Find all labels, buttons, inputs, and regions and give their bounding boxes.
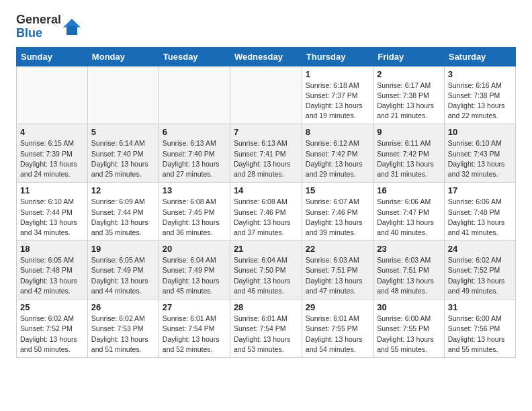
day-number: 29 bbox=[306, 302, 369, 312]
day-info: Sunrise: 6:00 AM Sunset: 7:55 PM Dayligh… bbox=[377, 314, 441, 355]
calendar-cell: 31Sunrise: 6:00 AM Sunset: 7:56 PM Dayli… bbox=[444, 300, 515, 358]
calendar-cell: 30Sunrise: 6:00 AM Sunset: 7:55 PM Dayli… bbox=[373, 300, 445, 358]
day-number: 24 bbox=[448, 244, 512, 254]
day-info: Sunrise: 6:10 AM Sunset: 7:44 PM Dayligh… bbox=[20, 197, 84, 238]
day-number: 11 bbox=[20, 185, 84, 195]
day-info: Sunrise: 6:01 AM Sunset: 7:54 PM Dayligh… bbox=[234, 314, 298, 355]
day-info: Sunrise: 6:14 AM Sunset: 7:40 PM Dayligh… bbox=[91, 138, 155, 179]
calendar-cell: 2Sunrise: 6:17 AM Sunset: 7:38 PM Daylig… bbox=[373, 66, 445, 124]
day-info: Sunrise: 6:13 AM Sunset: 7:41 PM Dayligh… bbox=[234, 138, 298, 179]
day-number: 8 bbox=[306, 127, 369, 137]
calendar-cell: 7Sunrise: 6:13 AM Sunset: 7:41 PM Daylig… bbox=[230, 124, 302, 183]
day-info: Sunrise: 6:02 AM Sunset: 7:52 PM Dayligh… bbox=[448, 255, 512, 296]
day-info: Sunrise: 6:13 AM Sunset: 7:40 PM Dayligh… bbox=[163, 138, 226, 179]
day-info: Sunrise: 6:16 AM Sunset: 7:38 PM Dayligh… bbox=[448, 81, 512, 122]
day-number: 31 bbox=[448, 302, 512, 312]
day-number: 4 bbox=[20, 127, 84, 137]
calendar-cell bbox=[87, 66, 159, 124]
day-info: Sunrise: 6:18 AM Sunset: 7:37 PM Dayligh… bbox=[306, 81, 369, 122]
day-number: 27 bbox=[163, 302, 226, 312]
day-number: 14 bbox=[234, 185, 298, 195]
calendar-cell: 25Sunrise: 6:02 AM Sunset: 7:52 PM Dayli… bbox=[17, 300, 88, 358]
calendar-cell: 14Sunrise: 6:08 AM Sunset: 7:46 PM Dayli… bbox=[230, 183, 302, 241]
weekday-header-sunday: Sunday bbox=[17, 47, 88, 66]
calendar-cell: 6Sunrise: 6:13 AM Sunset: 7:40 PM Daylig… bbox=[159, 124, 230, 183]
calendar-cell: 18Sunrise: 6:05 AM Sunset: 7:48 PM Dayli… bbox=[17, 241, 88, 300]
day-info: Sunrise: 6:17 AM Sunset: 7:38 PM Dayligh… bbox=[377, 81, 441, 122]
day-info: Sunrise: 6:02 AM Sunset: 7:52 PM Dayligh… bbox=[20, 314, 84, 355]
calendar-week-row: 1Sunrise: 6:18 AM Sunset: 7:37 PM Daylig… bbox=[17, 66, 516, 124]
day-info: Sunrise: 6:08 AM Sunset: 7:46 PM Dayligh… bbox=[234, 197, 298, 238]
logo-blue: Blue bbox=[16, 26, 42, 40]
calendar-cell: 5Sunrise: 6:14 AM Sunset: 7:40 PM Daylig… bbox=[87, 124, 159, 183]
day-number: 26 bbox=[91, 302, 155, 312]
calendar-cell: 9Sunrise: 6:11 AM Sunset: 7:42 PM Daylig… bbox=[373, 124, 445, 183]
calendar-cell: 27Sunrise: 6:01 AM Sunset: 7:54 PM Dayli… bbox=[159, 300, 230, 358]
day-info: Sunrise: 6:05 AM Sunset: 7:49 PM Dayligh… bbox=[91, 255, 155, 296]
day-number: 20 bbox=[163, 244, 226, 254]
calendar-cell: 4Sunrise: 6:15 AM Sunset: 7:39 PM Daylig… bbox=[17, 124, 88, 183]
day-info: Sunrise: 6:01 AM Sunset: 7:54 PM Dayligh… bbox=[163, 314, 226, 355]
calendar-cell: 26Sunrise: 6:02 AM Sunset: 7:53 PM Dayli… bbox=[87, 300, 159, 358]
day-info: Sunrise: 6:04 AM Sunset: 7:49 PM Dayligh… bbox=[163, 255, 226, 296]
day-number: 7 bbox=[234, 127, 298, 137]
day-number: 18 bbox=[20, 244, 84, 254]
day-number: 16 bbox=[377, 185, 441, 195]
weekday-header-friday: Friday bbox=[373, 47, 445, 66]
day-info: Sunrise: 6:15 AM Sunset: 7:39 PM Dayligh… bbox=[20, 138, 84, 179]
calendar-cell bbox=[17, 66, 88, 124]
calendar-cell: 10Sunrise: 6:10 AM Sunset: 7:43 PM Dayli… bbox=[444, 124, 515, 183]
calendar-cell: 19Sunrise: 6:05 AM Sunset: 7:49 PM Dayli… bbox=[87, 241, 159, 300]
weekday-header-tuesday: Tuesday bbox=[159, 47, 230, 66]
calendar-cell: 13Sunrise: 6:08 AM Sunset: 7:45 PM Dayli… bbox=[159, 183, 230, 241]
calendar-cell: 3Sunrise: 6:16 AM Sunset: 7:38 PM Daylig… bbox=[444, 66, 515, 124]
calendar-cell: 11Sunrise: 6:10 AM Sunset: 7:44 PM Dayli… bbox=[17, 183, 88, 241]
day-info: Sunrise: 6:03 AM Sunset: 7:51 PM Dayligh… bbox=[377, 255, 441, 296]
day-number: 3 bbox=[448, 69, 512, 79]
day-number: 28 bbox=[234, 302, 298, 312]
day-info: Sunrise: 6:05 AM Sunset: 7:48 PM Dayligh… bbox=[20, 255, 84, 296]
day-number: 23 bbox=[377, 244, 441, 254]
calendar-cell: 23Sunrise: 6:03 AM Sunset: 7:51 PM Dayli… bbox=[373, 241, 445, 300]
calendar-week-row: 11Sunrise: 6:10 AM Sunset: 7:44 PM Dayli… bbox=[17, 183, 516, 241]
day-info: Sunrise: 6:02 AM Sunset: 7:53 PM Dayligh… bbox=[91, 314, 155, 355]
day-number: 19 bbox=[91, 244, 155, 254]
day-info: Sunrise: 6:08 AM Sunset: 7:45 PM Dayligh… bbox=[163, 197, 226, 238]
calendar-cell: 24Sunrise: 6:02 AM Sunset: 7:52 PM Dayli… bbox=[444, 241, 515, 300]
day-number: 22 bbox=[306, 244, 369, 254]
logo-icon bbox=[62, 17, 81, 36]
day-info: Sunrise: 6:10 AM Sunset: 7:43 PM Dayligh… bbox=[448, 138, 512, 179]
calendar-cell: 21Sunrise: 6:04 AM Sunset: 7:50 PM Dayli… bbox=[230, 241, 302, 300]
day-info: Sunrise: 6:11 AM Sunset: 7:42 PM Dayligh… bbox=[377, 138, 441, 179]
day-number: 9 bbox=[377, 127, 441, 137]
day-number: 12 bbox=[91, 185, 155, 195]
day-number: 10 bbox=[448, 127, 512, 137]
calendar-table: SundayMondayTuesdayWednesdayThursdayFrid… bbox=[16, 47, 516, 358]
day-info: Sunrise: 6:09 AM Sunset: 7:44 PM Dayligh… bbox=[91, 197, 155, 238]
day-number: 21 bbox=[234, 244, 298, 254]
calendar-cell: 12Sunrise: 6:09 AM Sunset: 7:44 PM Dayli… bbox=[87, 183, 159, 241]
page-header: General Blue bbox=[16, 13, 516, 40]
day-info: Sunrise: 6:07 AM Sunset: 7:46 PM Dayligh… bbox=[306, 197, 369, 238]
day-number: 1 bbox=[306, 69, 369, 79]
calendar-cell bbox=[159, 66, 230, 124]
calendar-cell: 20Sunrise: 6:04 AM Sunset: 7:49 PM Dayli… bbox=[159, 241, 230, 300]
day-info: Sunrise: 6:01 AM Sunset: 7:55 PM Dayligh… bbox=[306, 314, 369, 355]
calendar-cell: 29Sunrise: 6:01 AM Sunset: 7:55 PM Dayli… bbox=[302, 300, 373, 358]
day-info: Sunrise: 6:00 AM Sunset: 7:56 PM Dayligh… bbox=[448, 314, 512, 355]
calendar-cell: 17Sunrise: 6:06 AM Sunset: 7:48 PM Dayli… bbox=[444, 183, 515, 241]
weekday-header-row: SundayMondayTuesdayWednesdayThursdayFrid… bbox=[17, 47, 516, 66]
calendar-cell bbox=[230, 66, 302, 124]
weekday-header-saturday: Saturday bbox=[444, 47, 515, 66]
calendar-cell: 1Sunrise: 6:18 AM Sunset: 7:37 PM Daylig… bbox=[302, 66, 373, 124]
calendar-week-row: 4Sunrise: 6:15 AM Sunset: 7:39 PM Daylig… bbox=[17, 124, 516, 183]
weekday-header-wednesday: Wednesday bbox=[230, 47, 302, 66]
calendar-week-row: 18Sunrise: 6:05 AM Sunset: 7:48 PM Dayli… bbox=[17, 241, 516, 300]
day-number: 17 bbox=[448, 185, 512, 195]
day-number: 13 bbox=[163, 185, 226, 195]
day-number: 25 bbox=[20, 302, 84, 312]
day-number: 2 bbox=[377, 69, 441, 79]
logo-general: General bbox=[16, 13, 61, 26]
calendar-cell: 16Sunrise: 6:06 AM Sunset: 7:47 PM Dayli… bbox=[373, 183, 445, 241]
calendar-week-row: 25Sunrise: 6:02 AM Sunset: 7:52 PM Dayli… bbox=[17, 300, 516, 358]
